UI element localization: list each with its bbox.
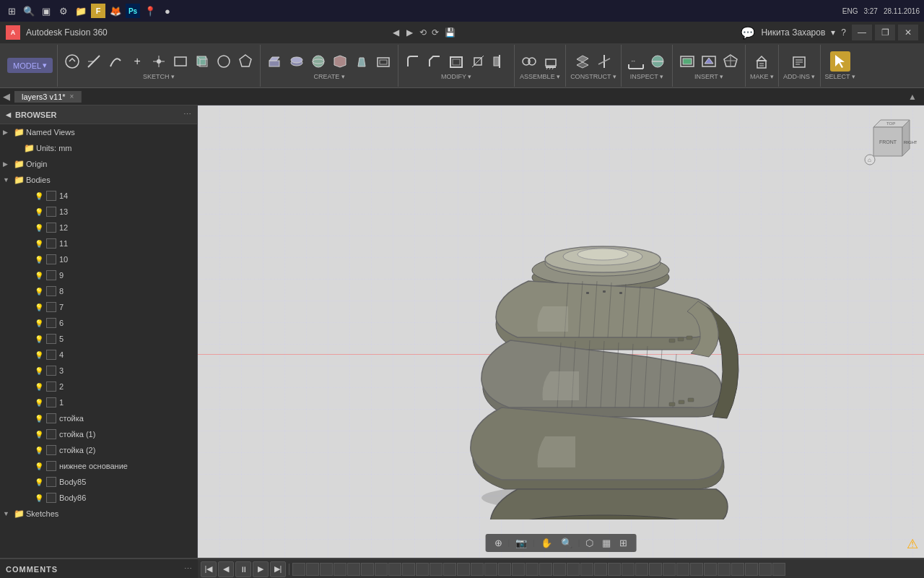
tool-icon[interactable]	[772, 563, 785, 576]
browser-named-views[interactable]: ▶ 📁 Named Views	[0, 124, 197, 140]
chat-icon[interactable]: 💬	[741, 26, 755, 40]
tool-icon[interactable]	[484, 563, 497, 576]
addins-scripts-icon[interactable]	[789, 51, 809, 72]
tool-icon[interactable]	[539, 563, 552, 576]
construct-plane-icon[interactable]	[572, 51, 593, 72]
tool-icon[interactable]	[416, 563, 429, 576]
tool-icon[interactable]	[635, 563, 648, 576]
browser-body-item[interactable]: 💡 2	[0, 379, 197, 394]
browser-body-item[interactable]: 💡 13	[0, 204, 197, 220]
tool-icon[interactable]	[388, 563, 401, 576]
viewport-pan-btn[interactable]: ✋	[538, 536, 555, 550]
tool-icon[interactable]	[457, 563, 470, 576]
tool-icon[interactable]	[622, 563, 635, 576]
user-name[interactable]: Никита Захаров	[761, 27, 825, 38]
browser-collapse-icon[interactable]: ◀	[6, 111, 11, 118]
minimize-button[interactable]: —	[852, 25, 872, 40]
photoshop-icon[interactable]: Ps	[126, 4, 140, 18]
navigation-cube[interactable]: TOP FRONT RIGHT ⌂	[859, 113, 917, 171]
modify-fillet-icon[interactable]	[403, 51, 423, 72]
browser-body-item[interactable]: 💡 Body85	[0, 474, 197, 490]
make-3dprint-icon[interactable]	[751, 51, 772, 72]
firefox-icon[interactable]: 🦊	[108, 4, 123, 18]
browser-body-item[interactable]: 💡 10	[0, 251, 197, 267]
comments-options-icon[interactable]: ⋯	[184, 564, 192, 574]
browser-body-item[interactable]: 💡 нижнее основание	[0, 458, 197, 474]
play-pause-button[interactable]: ⏸	[235, 561, 251, 577]
viewport-zoom-btn[interactable]: 🔍	[558, 536, 575, 550]
modify-scale-icon[interactable]	[468, 51, 488, 72]
construct-axis-icon[interactable]	[594, 51, 614, 72]
inspect-section-icon[interactable]	[648, 51, 668, 72]
create-sphere-icon[interactable]	[308, 51, 328, 72]
help-icon[interactable]: ?	[841, 27, 846, 38]
browser-body-item[interactable]: 💡 3	[0, 363, 197, 379]
browser-body-item[interactable]: 💡 8	[0, 283, 197, 299]
sketch-point-icon[interactable]	[149, 51, 169, 72]
browser-bodies[interactable]: ▼ 📁 Bodies	[0, 172, 197, 188]
explorer-icon[interactable]: 📁	[74, 4, 88, 18]
tool-icon[interactable]	[567, 563, 580, 576]
windows-icon[interactable]: ⊞	[4, 4, 19, 18]
insert-decal-icon[interactable]	[699, 51, 719, 72]
browser-body-item[interactable]: 💡 11	[0, 236, 197, 251]
tool-icon[interactable]	[553, 563, 566, 576]
browser-body-item[interactable]: 💡 9	[0, 267, 197, 283]
play-start-button[interactable]: |◀	[201, 561, 217, 577]
sketch-stop-icon[interactable]	[62, 51, 82, 72]
viewport[interactable]: TOP FRONT RIGHT ⌂ ⊕ | 📷 | ✋ 🔍 | ⬡ ▦ ⊞ ⚠	[198, 105, 924, 558]
tab-close-button[interactable]: ×	[70, 92, 74, 100]
tool-icon[interactable]	[704, 563, 717, 576]
browser-options-icon[interactable]: ⋯	[183, 110, 191, 119]
tool-icon[interactable]	[526, 563, 539, 576]
play-end-button[interactable]: ▶|	[270, 561, 286, 577]
browser-body-item[interactable]: 💡 14	[0, 188, 197, 204]
insert-canvas-icon[interactable]	[677, 51, 697, 72]
create-box-icon[interactable]	[330, 51, 350, 72]
modify-split-icon[interactable]	[489, 51, 510, 72]
tool-icon[interactable]	[759, 563, 772, 576]
tool-icon[interactable]	[594, 563, 607, 576]
tool-icon[interactable]	[347, 563, 360, 576]
browser-body-item[interactable]: 💡 1	[0, 394, 197, 410]
create-extrude-icon[interactable]	[265, 51, 285, 72]
warning-icon[interactable]: ⚠	[907, 536, 918, 552]
settings-taskbar-icon[interactable]: ⚙	[56, 4, 71, 18]
sketch-polygon-icon[interactable]	[235, 51, 256, 72]
tool-icon[interactable]	[361, 563, 374, 576]
assemble-ground-icon[interactable]	[541, 51, 561, 72]
tool-icon[interactable]	[292, 563, 305, 576]
assemble-joint-icon[interactable]	[519, 51, 539, 72]
tool-icon[interactable]	[471, 563, 484, 576]
tool-icon[interactable]	[676, 563, 689, 576]
create-shell-icon[interactable]	[373, 51, 393, 72]
tool-icon[interactable]	[498, 563, 511, 576]
viewport-camera-btn[interactable]: 📷	[513, 536, 530, 550]
sketch-line-icon[interactable]	[84, 51, 104, 72]
viewport-display-btn[interactable]: ⬡	[583, 536, 596, 550]
play-prev-button[interactable]: ◀	[218, 561, 234, 577]
tool-icon[interactable]	[512, 563, 525, 576]
tool-icon[interactable]	[690, 563, 703, 576]
model-button[interactable]: MODEL ▾	[7, 58, 53, 73]
sketch-plus-icon[interactable]: +	[127, 51, 147, 72]
browser-body-item[interactable]: 💡 5	[0, 331, 197, 347]
user-dropdown-icon[interactable]: ▾	[831, 27, 835, 38]
tool-icon[interactable]	[320, 563, 333, 576]
search-taskbar-icon[interactable]: 🔍	[22, 4, 36, 18]
tool-icon[interactable]	[745, 563, 758, 576]
play-next-button[interactable]: ▶	[253, 561, 269, 577]
browser-body-item[interactable]: 💡 6	[0, 315, 197, 331]
browser-body-item[interactable]: 💡 стойка (1)	[0, 426, 197, 442]
tool-icon[interactable]	[608, 563, 621, 576]
tool-icon[interactable]	[718, 563, 731, 576]
modify-shell-icon[interactable]	[446, 51, 466, 72]
viewport-grid-btn[interactable]: ▦	[599, 536, 614, 550]
insert-mesh-icon[interactable]	[720, 51, 741, 72]
sketch-rect-icon[interactable]	[170, 51, 191, 72]
tool-icon[interactable]	[375, 563, 388, 576]
browser-body-item[interactable]: 💡 12	[0, 220, 197, 236]
maximize-button[interactable]: ❐	[875, 25, 895, 40]
browser-units[interactable]: 📁 Units: mm	[0, 140, 197, 156]
tool-icon[interactable]	[443, 563, 456, 576]
